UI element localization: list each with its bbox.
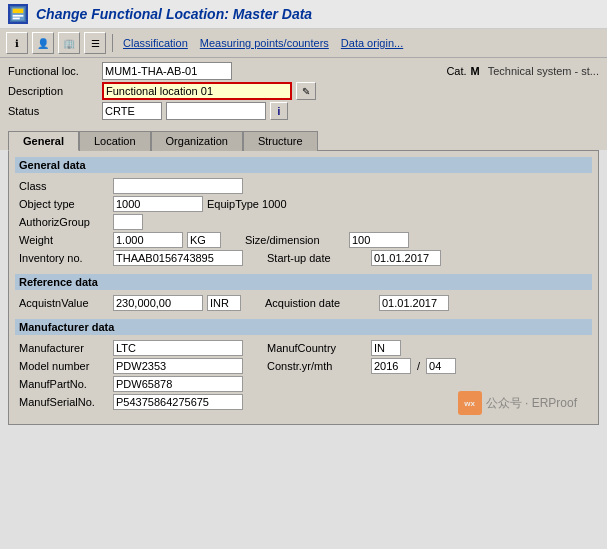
authoriz-input[interactable] — [113, 214, 143, 230]
constr-year-input[interactable] — [371, 358, 411, 374]
acquist-unit-input[interactable] — [207, 295, 241, 311]
general-data-body: Class Object type EquipType 1000 Authori… — [15, 176, 592, 270]
form-header: Functional loc. Cat. M Technical system … — [0, 58, 607, 126]
inventory-input[interactable] — [113, 250, 243, 266]
startup-label: Start-up date — [267, 252, 367, 264]
size-label: Size/dimension — [245, 234, 345, 246]
authoriz-row: AuthorizGroup — [19, 214, 588, 230]
manufacturer-data-header: Manufacturer data — [15, 319, 592, 335]
info-button[interactable]: ℹ — [6, 32, 28, 54]
manuf-country-label: ManufCountry — [267, 342, 367, 354]
status-row: Status i — [8, 102, 599, 120]
manuf-country-input[interactable] — [371, 340, 401, 356]
status-input[interactable] — [102, 102, 162, 120]
acquist-label: AcquistnValue — [19, 297, 109, 309]
separator-1 — [112, 34, 113, 52]
list-button[interactable]: ☰ — [84, 32, 106, 54]
class-row: Class — [19, 178, 588, 194]
watermark-icon: wx — [458, 391, 482, 415]
tab-location[interactable]: Location — [79, 131, 151, 151]
object-type-label: Object type — [19, 198, 109, 210]
cat-value: M — [471, 65, 480, 77]
edit-button[interactable]: ✎ — [296, 82, 316, 100]
measuring-points-link[interactable]: Measuring points/counters — [196, 37, 333, 49]
object-type-input[interactable] — [113, 196, 203, 212]
watermark-text: 公众号 · ERProof — [486, 395, 577, 412]
description-input[interactable] — [102, 82, 292, 100]
model-row: Model number Constr.yr/mth / — [19, 358, 588, 374]
authoriz-label: AuthorizGroup — [19, 216, 109, 228]
manuf-part-input[interactable] — [113, 376, 243, 392]
manuf-serial-label: ManufSerialNo. — [19, 396, 109, 408]
reference-data-body: AcquistnValue Acquistion date — [15, 293, 592, 315]
main-content: General data Class Object type EquipType… — [8, 150, 599, 425]
general-data-header: General data — [15, 157, 592, 173]
acquist-date-label: Acquistion date — [265, 297, 375, 309]
status-info-button[interactable]: i — [270, 102, 288, 120]
watermark: wx 公众号 · ERProof — [458, 391, 577, 415]
tab-structure[interactable]: Structure — [243, 131, 318, 151]
toolbar: ℹ 👤 🏢 ☰ Classification Measuring points/… — [0, 29, 607, 58]
weight-label: Weight — [19, 234, 109, 246]
object-type-row: Object type EquipType 1000 — [19, 196, 588, 212]
status-desc-input[interactable] — [166, 102, 266, 120]
data-origin-link[interactable]: Data origin... — [337, 37, 407, 49]
tab-general[interactable]: General — [8, 131, 79, 151]
model-input[interactable] — [113, 358, 243, 374]
constr-separator: / — [415, 360, 422, 372]
inventory-label: Inventory no. — [19, 252, 109, 264]
svg-rect-2 — [13, 15, 24, 17]
manuf-part-label: ManufPartNo. — [19, 378, 109, 390]
reference-data-section: Reference data AcquistnValue Acquistion … — [15, 274, 592, 315]
functional-loc-row: Functional loc. Cat. M Technical system … — [8, 62, 599, 80]
weight-input[interactable] — [113, 232, 183, 248]
general-data-section: General data Class Object type EquipType… — [15, 157, 592, 270]
functional-loc-label: Functional loc. — [8, 65, 98, 77]
svg-rect-3 — [13, 18, 20, 20]
weight-unit-input[interactable] — [187, 232, 221, 248]
page-title: Change Functional Location: Master Data — [36, 6, 312, 22]
acquist-row: AcquistnValue Acquistion date — [19, 295, 588, 311]
cat-label: Cat. — [446, 65, 466, 77]
inventory-row: Inventory no. Start-up date — [19, 250, 588, 266]
classification-link[interactable]: Classification — [119, 37, 192, 49]
acquist-input[interactable] — [113, 295, 203, 311]
manufacturer-label: Manufacturer — [19, 342, 109, 354]
title-bar: Change Functional Location: Master Data — [0, 0, 607, 29]
description-label: Description — [8, 85, 98, 97]
class-label: Class — [19, 180, 109, 192]
model-label: Model number — [19, 360, 109, 372]
class-input[interactable] — [113, 178, 243, 194]
tabs-container: General Location Organization Structure — [0, 126, 607, 150]
person-button[interactable]: 👤 — [32, 32, 54, 54]
svg-rect-1 — [13, 9, 24, 13]
constr-label: Constr.yr/mth — [267, 360, 367, 372]
constr-month-input[interactable] — [426, 358, 456, 374]
watermark-icon-text: wx — [464, 399, 475, 408]
manufacturer-row: Manufacturer ManufCountry — [19, 340, 588, 356]
startup-input[interactable] — [371, 250, 441, 266]
org-button[interactable]: 🏢 — [58, 32, 80, 54]
object-type-desc: EquipType 1000 — [207, 198, 287, 210]
manuf-serial-input[interactable] — [113, 394, 243, 410]
description-row: Description ✎ — [8, 82, 599, 100]
manuf-part-row: ManufPartNo. — [19, 376, 588, 392]
weight-row: Weight Size/dimension — [19, 232, 588, 248]
size-input[interactable] — [349, 232, 409, 248]
cat-desc: Technical system - st... — [488, 65, 599, 77]
reference-data-header: Reference data — [15, 274, 592, 290]
tab-organization[interactable]: Organization — [151, 131, 243, 151]
functional-loc-input[interactable] — [102, 62, 232, 80]
app-icon — [8, 4, 28, 24]
acquist-date-input[interactable] — [379, 295, 449, 311]
status-label: Status — [8, 105, 98, 117]
manufacturer-input[interactable] — [113, 340, 243, 356]
